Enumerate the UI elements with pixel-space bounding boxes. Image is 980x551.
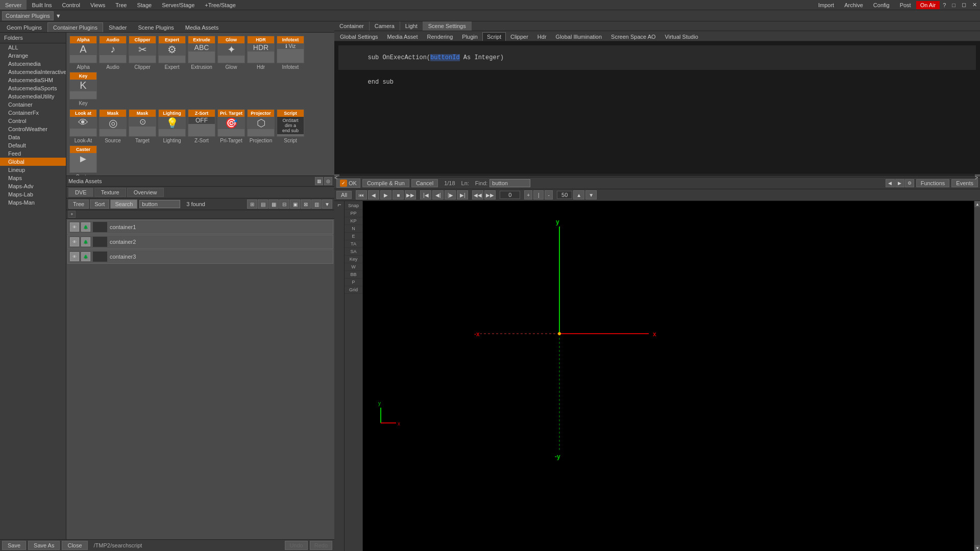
plugin-hdr[interactable]: HDR HDR Hdr	[247, 36, 275, 70]
plugin-key[interactable]: Key K Key	[69, 72, 97, 106]
cancel-button[interactable]: Cancel	[411, 179, 438, 187]
folder-item-default[interactable]: Default	[0, 141, 66, 149]
folder-item-astucemediashm[interactable]: AstucemediaSHM	[0, 76, 66, 84]
snap-btn-grid[interactable]: Grid	[345, 286, 362, 294]
snap-btn-kp[interactable]: KP	[345, 217, 362, 225]
ok-button[interactable]: ✓ OK	[336, 179, 360, 188]
folder-item-data[interactable]: Data	[0, 133, 66, 141]
tab-media-assets[interactable]: Media Assets	[180, 22, 224, 32]
folder-item-astucemediainteractive[interactable]: AstucemediaInteractive	[0, 68, 66, 76]
tab-scene-plugins[interactable]: Scene Plugins	[132, 22, 179, 32]
menu-tree[interactable]: Tree	[110, 0, 132, 10]
folder-item-astucemediasports[interactable]: AstucemediaSports	[0, 84, 66, 92]
restore-icon[interactable]: ◻	[959, 1, 969, 9]
sub-tab-virtual-studio[interactable]: Virtual Studio	[660, 32, 703, 41]
dropdown-arrow-icon[interactable]: ▼	[54, 13, 63, 19]
snap-btn-w[interactable]: W	[345, 263, 362, 271]
tab-geom-plugins[interactable]: Geom Plugins	[1, 22, 47, 32]
tab-shader[interactable]: Shader	[103, 22, 132, 32]
plugin-lookat[interactable]: Look at 👁 Look-At	[69, 109, 97, 143]
sort-button[interactable]: Sort	[90, 199, 109, 209]
media-tab-texture[interactable]: Texture	[94, 188, 126, 197]
menu-treestage[interactable]: +Tree/Stage	[200, 0, 240, 10]
folder-item-astucemediautility[interactable]: AstucemediaUtility	[0, 92, 66, 101]
menu-import[interactable]: Import	[813, 1, 839, 9]
folder-item-feed[interactable]: Feed	[0, 149, 66, 158]
menu-serverstage[interactable]: Server/Stage	[157, 0, 200, 10]
plugin-extrusion[interactable]: Extrude ABC Extrusion	[188, 36, 215, 70]
right-tab-scene-settings[interactable]: Scene Settings	[423, 21, 472, 31]
viewport-3d[interactable]: y -y x -x y x	[363, 201, 974, 551]
folder-item-containerfx[interactable]: ContainerFx	[0, 109, 66, 117]
sub-tab-clipper[interactable]: Clipper	[506, 32, 533, 41]
code-editor[interactable]: sub OnExecAction(buttonId As Integer) en…	[334, 41, 980, 174]
view-icon-4[interactable]: ⊟	[279, 199, 289, 209]
sub-tab-hdr[interactable]: Hdr	[533, 32, 551, 41]
find-input[interactable]	[489, 179, 530, 187]
menu-builtins[interactable]: Built Ins	[27, 0, 57, 10]
folder-item-lineup[interactable]: Lineup	[0, 166, 66, 174]
transport-loop-prev[interactable]: ◀◀	[472, 190, 483, 199]
search-button[interactable]: Search	[110, 199, 137, 209]
sub-tab-global-illumination[interactable]: Global Illumination	[551, 32, 607, 41]
folder-item-arrange[interactable]: Arrange	[0, 52, 66, 60]
media-tab-dve[interactable]: DVE	[68, 188, 93, 197]
view-icon-7[interactable]: ▥	[311, 199, 322, 209]
on-air-button[interactable]: On Air	[916, 1, 940, 9]
find-next-icon[interactable]: ▶	[895, 179, 904, 187]
sub-tab-script[interactable]: Script	[482, 32, 506, 41]
transport-stop[interactable]: ■	[393, 190, 404, 199]
plugin-audio[interactable]: Audio ♪ Audio	[99, 36, 127, 70]
folder-item-global[interactable]: Global	[0, 158, 66, 166]
scroll-left-btn[interactable]: <	[334, 174, 339, 177]
folder-item-container[interactable]: Container	[0, 101, 66, 109]
view-icon-2[interactable]: ▤	[258, 199, 268, 209]
transport-play[interactable]: ▶	[380, 190, 391, 199]
undo-button[interactable]: Undo	[285, 541, 307, 550]
plugin-mask-source[interactable]: Mask ◎ Source	[99, 109, 127, 143]
plugin-alpha[interactable]: Alpha Α Alpha	[69, 36, 97, 70]
plugin-pri-target[interactable]: Pri. Target 🎯 Pri-Target	[217, 109, 245, 143]
plugin-zsort[interactable]: Z-Sort OFF Z-Sort	[188, 109, 215, 143]
close-button[interactable]: Close	[62, 541, 87, 550]
folder-item-mapslab[interactable]: Maps-Lab	[0, 190, 66, 198]
folder-item-controlweather[interactable]: ControlWeather	[0, 125, 66, 133]
transport-loop-next[interactable]: ▶▶	[484, 190, 496, 199]
save-button[interactable]: Save	[2, 541, 26, 550]
plugin-expert[interactable]: Expert ⚙ Expert	[158, 36, 186, 70]
folder-item-mapsadv[interactable]: Maps-Adv	[0, 182, 66, 190]
view-icon-5[interactable]: ▣	[290, 199, 300, 209]
snap-btn-key[interactable]: Key	[345, 256, 362, 263]
expand-icon[interactable]: +	[68, 211, 76, 218]
asset-row-container2[interactable]: 👁 🌲 container2	[67, 235, 333, 249]
all-button[interactable]: All	[336, 191, 352, 199]
find-options-icon[interactable]: ⚙	[905, 179, 914, 187]
functions-button[interactable]: Functions	[916, 179, 950, 187]
snap-btn-snap[interactable]: Snap	[345, 202, 362, 210]
right-tab-light[interactable]: Light	[400, 21, 423, 31]
snap-btn-pp[interactable]: PP	[345, 210, 362, 217]
transport-bar-icon[interactable]: |	[533, 190, 544, 199]
snap-btn-p[interactable]: P	[345, 279, 362, 286]
snap-btn-e[interactable]: E	[345, 233, 362, 240]
plugin-clipper[interactable]: Clipper ✂ Clipper	[129, 36, 156, 70]
frame-input[interactable]: 0	[500, 191, 520, 199]
plugin-mask-target[interactable]: Mask ⊙ Target	[129, 109, 156, 143]
scroll-down-btn[interactable]: ▼	[974, 545, 980, 551]
window-icon[interactable]: □	[949, 1, 959, 9]
plugin-glow[interactable]: Glow ✦ Glow	[217, 36, 245, 70]
transport-next-frame[interactable]: |▶	[445, 190, 456, 199]
redo-button[interactable]: Redo	[310, 541, 332, 550]
menu-config[interactable]: Config	[868, 1, 895, 9]
container-plugins-label[interactable]: Container Plugins	[2, 11, 54, 20]
events-button[interactable]: Events	[951, 179, 978, 187]
speed-up[interactable]: ▲	[573, 190, 584, 199]
right-tab-container[interactable]: Container	[334, 21, 370, 31]
menu-server[interactable]: Server	[0, 0, 27, 10]
sub-tab-global[interactable]: Global Settings	[335, 32, 383, 41]
tree-button[interactable]: Tree	[68, 199, 89, 209]
speed-down[interactable]: ▼	[585, 190, 597, 199]
menu-post[interactable]: Post	[895, 1, 916, 9]
folder-item-control[interactable]: Control	[0, 117, 66, 125]
media-view-icon1[interactable]: ▦	[315, 177, 323, 185]
